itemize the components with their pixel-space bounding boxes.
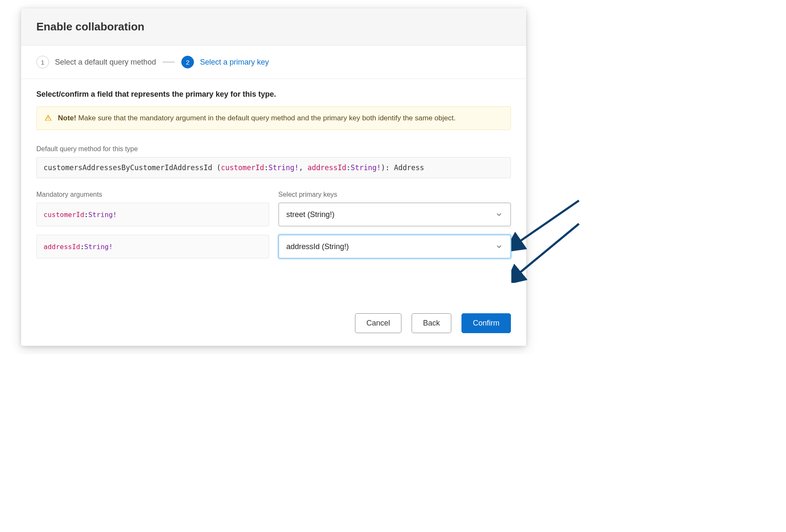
primary-keys-label: Select primary keys (278, 191, 511, 198)
arg1-type: String! (88, 211, 117, 219)
dialog-title: Enable collaboration (36, 20, 511, 33)
dialog-body: Select/confirm a field that represents t… (21, 79, 526, 280)
note-box: Note! Make sure that the mandatory argum… (36, 106, 511, 130)
query-method-name: customersAddressesByCustomerIdAddressId (44, 163, 212, 172)
svg-line-0 (518, 201, 579, 243)
arg1-name: customerId (44, 211, 84, 219)
query-arg2-name: addressId (307, 163, 346, 172)
dialog-footer: Cancel Back Confirm (21, 280, 526, 346)
svg-line-1 (518, 224, 579, 274)
instruction-text: Select/confirm a field that represents t… (36, 90, 511, 99)
primary-key-1-value: street (String!) (287, 210, 335, 219)
default-query-label: Default query method for this type (36, 145, 511, 153)
confirm-button[interactable]: Confirm (461, 313, 511, 333)
step-2-number: 2 (181, 56, 194, 68)
step-1[interactable]: 1 Select a default query method (36, 56, 156, 68)
step-1-label: Select a default query method (55, 58, 156, 67)
step-2-label: Select a primary key (200, 58, 269, 67)
mandatory-args-label: Mandatory arguments (36, 191, 269, 198)
step-1-number: 1 (36, 56, 49, 68)
primary-key-select-2[interactable]: addressId (String!) (278, 235, 511, 258)
note-body: Make sure that the mandatory argument in… (76, 114, 456, 122)
step-divider (163, 62, 175, 62)
chevron-down-icon (495, 211, 503, 218)
mandatory-arg-1: customerId:String! (36, 203, 269, 226)
query-arg1-name: customerId (221, 163, 264, 172)
chevron-down-icon (495, 243, 503, 250)
back-button[interactable]: Back (412, 313, 451, 333)
query-arg1-type: String! (268, 163, 299, 172)
step-indicator: 1 Select a default query method 2 Select… (21, 46, 526, 79)
mandatory-arg-2: addressId:String! (36, 235, 269, 258)
arg2-type: String! (84, 243, 112, 251)
primary-key-2-value: addressId (String!) (287, 242, 349, 251)
step-2[interactable]: 2 Select a primary key (181, 56, 269, 68)
arg2-name: addressId (44, 243, 80, 251)
note-text: Note! Make sure that the mandatory argum… (58, 113, 456, 124)
enable-collaboration-dialog: Enable collaboration 1 Select a default … (21, 8, 526, 346)
warning-icon (44, 114, 52, 123)
default-query-method: customersAddressesByCustomerIdAddressId … (36, 157, 511, 178)
note-prefix: Note! (58, 114, 76, 122)
primary-key-select-1[interactable]: street (String!) (278, 203, 511, 226)
query-return-type: Address (394, 163, 424, 172)
dialog-header: Enable collaboration (21, 8, 526, 46)
cancel-button[interactable]: Cancel (355, 313, 401, 333)
query-arg2-type: String! (351, 163, 381, 172)
